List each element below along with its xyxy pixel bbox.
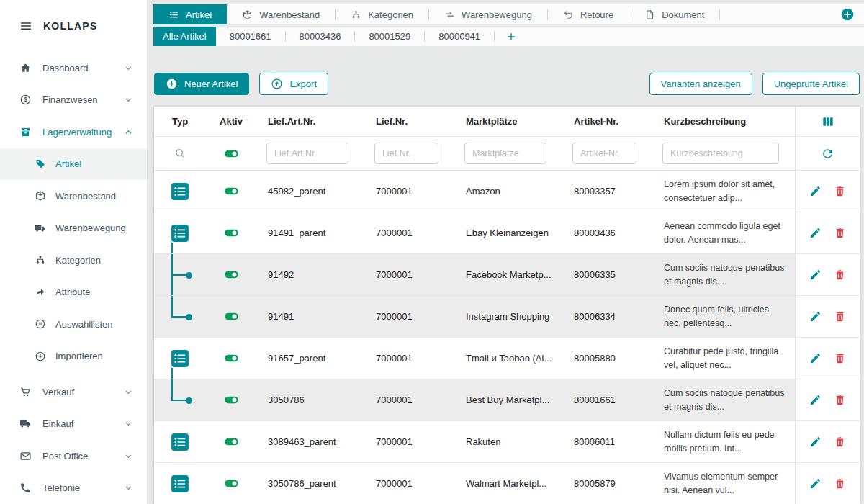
sidebar-subitem-label: Kategorien: [55, 255, 101, 266]
cell-typ: [154, 379, 206, 420]
cell-lief-art-nr: 91492: [256, 254, 364, 295]
subtab-80003436[interactable]: 80003436: [286, 27, 355, 46]
cell-aktiv: [206, 171, 256, 212]
delete-row-button[interactable]: [832, 267, 847, 282]
trash-icon: [834, 185, 846, 197]
expand-children-button[interactable]: [171, 474, 189, 493]
menu-toggle-button[interactable]: [19, 19, 32, 32]
unchecked-articles-button[interactable]: Ungeprüfte Artikel: [762, 73, 860, 95]
column-header-lief-nr: Lief.Nr.: [364, 107, 454, 136]
sidebar-item-telefonie[interactable]: Telefonie: [0, 472, 147, 504]
sidebar-item-finanzwesen[interactable]: $Finanzwesen: [0, 84, 147, 117]
table-body: 45982_parent7000001Amazon80003357Lorem i…: [154, 171, 860, 504]
active-toggle-icon[interactable]: [224, 351, 239, 366]
article-list-icon: [171, 224, 189, 243]
delete-row-button[interactable]: [832, 434, 847, 449]
filter-input-marktplätze[interactable]: [464, 143, 546, 164]
edit-row-button[interactable]: [808, 351, 823, 366]
tree-connector-dot: [186, 314, 192, 320]
sidebar-subitem-kategorien[interactable]: Kategorien: [0, 244, 147, 276]
expand-children-button[interactable]: [171, 182, 189, 201]
list-icon: [168, 9, 179, 20]
sidebar-subitem-auswahllisten[interactable]: Auswahllisten: [0, 308, 147, 341]
sidebar-subitem-artikel[interactable]: Artikel: [0, 148, 147, 181]
edit-pencil-icon: [809, 477, 822, 490]
cell-kurzbeschreibung: Donec quam felis, ultricies nec, pellent…: [652, 296, 795, 337]
subtab-80000941[interactable]: 80000941: [425, 27, 494, 46]
expand-children-button[interactable]: [171, 224, 189, 243]
edit-row-button[interactable]: [808, 309, 823, 324]
move-icon: [444, 9, 455, 20]
aktiv-filter-cell: [206, 137, 256, 170]
subtab-80001661[interactable]: 80001661: [216, 27, 285, 46]
filter-input-artikel-nr[interactable]: [572, 143, 636, 164]
cell-lief-nr: 7000001: [364, 463, 454, 504]
menu-icon: [19, 19, 32, 32]
cell-kurzbeschreibung: Curabitur pede justo, fringilla vel, ali…: [652, 338, 795, 379]
sidebar-subitem-warenbestand[interactable]: Warenbestand: [0, 180, 147, 212]
edit-pencil-icon: [809, 352, 822, 364]
table-header-row: TypAktivLief.Art.Nr.Lief.Nr.MarktplätzeA…: [154, 107, 860, 137]
subtab-80001529[interactable]: 80001529: [355, 27, 424, 46]
show-variants-button[interactable]: Varianten anzeigen: [649, 73, 752, 95]
edit-row-button[interactable]: [808, 476, 823, 491]
edit-row-button[interactable]: [808, 225, 823, 240]
expand-children-button[interactable]: [171, 349, 189, 368]
tab-separator: [719, 9, 720, 20]
sidebar-subitem-attribute[interactable]: Attribute: [0, 276, 147, 309]
delete-row-button[interactable]: [832, 392, 847, 408]
tab-warenbewegung[interactable]: Warenbewegung: [429, 4, 547, 24]
edit-row-button[interactable]: [808, 434, 823, 449]
active-filter-toggle-icon[interactable]: [224, 146, 239, 161]
sidebar-item-lagerverwaltung[interactable]: Lagerverwaltung: [0, 116, 147, 148]
filter-input-kurzbeschreibung[interactable]: [662, 143, 779, 164]
active-toggle-icon[interactable]: [224, 476, 239, 491]
cell-artikel-nr: 80005880: [562, 338, 652, 379]
delete-row-button[interactable]: [832, 309, 847, 324]
sidebar-item-dashboard[interactable]: Dashboard: [0, 52, 147, 84]
new-article-button[interactable]: Neuer Artikel: [154, 73, 249, 95]
column-header-lief-art-nr: Lief.Art.Nr.: [256, 107, 364, 136]
cell-lief-art-nr: 3089463_parent: [256, 421, 364, 462]
sidebar-item-verkauf[interactable]: Verkauf: [0, 376, 147, 408]
sidebar-subitem-warenbewegung[interactable]: Warenbewegung: [0, 212, 147, 245]
filter-input-lief-nr[interactable]: [374, 143, 438, 164]
svg-text:$: $: [24, 97, 27, 104]
active-toggle-icon[interactable]: [224, 434, 239, 449]
delete-row-button[interactable]: [832, 351, 847, 366]
trash-icon: [834, 227, 846, 239]
tab-artikel[interactable]: Artikel: [153, 4, 227, 24]
cell-marktplatz: Walmart Marketpl...: [454, 463, 562, 504]
cell-marktplatz: Facebook Marketp...: [454, 254, 562, 295]
add-article-tab-button[interactable]: [495, 32, 528, 42]
refresh-icon: [821, 147, 834, 161]
tree-connector-line: [171, 379, 173, 400]
active-toggle-icon[interactable]: [224, 309, 239, 324]
subtab-alle-artikel[interactable]: Alle Artikel: [153, 27, 216, 46]
tab-warenbestand[interactable]: Warenbestand: [227, 4, 335, 24]
export-button[interactable]: Export: [259, 73, 328, 95]
edit-row-button[interactable]: [808, 392, 823, 408]
active-toggle-icon[interactable]: [224, 184, 239, 199]
sidebar-item-einkauf[interactable]: Einkauf: [0, 408, 147, 441]
tab-retoure[interactable]: Retoure: [548, 4, 629, 24]
edit-row-button[interactable]: [808, 267, 823, 282]
sidebar-item-label: Post Office: [42, 451, 123, 462]
column-settings-button[interactable]: [819, 113, 837, 130]
filter-input-lief-art-nr[interactable]: [266, 143, 348, 164]
cell-lief-nr: 7000001: [364, 338, 454, 379]
refresh-button[interactable]: [819, 145, 836, 162]
delete-row-button[interactable]: [832, 225, 847, 240]
active-toggle-icon[interactable]: [224, 225, 239, 240]
edit-row-button[interactable]: [808, 184, 823, 199]
sidebar-item-post-office[interactable]: Post Office: [0, 440, 147, 472]
delete-row-button[interactable]: [832, 476, 847, 491]
sidebar-subitem-importieren[interactable]: Importieren: [0, 341, 147, 373]
add-new-button[interactable]: [840, 7, 855, 22]
active-toggle-icon[interactable]: [224, 267, 239, 282]
expand-children-button[interactable]: [171, 433, 189, 451]
active-toggle-icon[interactable]: [224, 392, 239, 408]
tab-dokument[interactable]: Dokument: [629, 4, 719, 24]
tab-kategorien[interactable]: Kategorien: [336, 4, 428, 24]
delete-row-button[interactable]: [832, 184, 847, 199]
